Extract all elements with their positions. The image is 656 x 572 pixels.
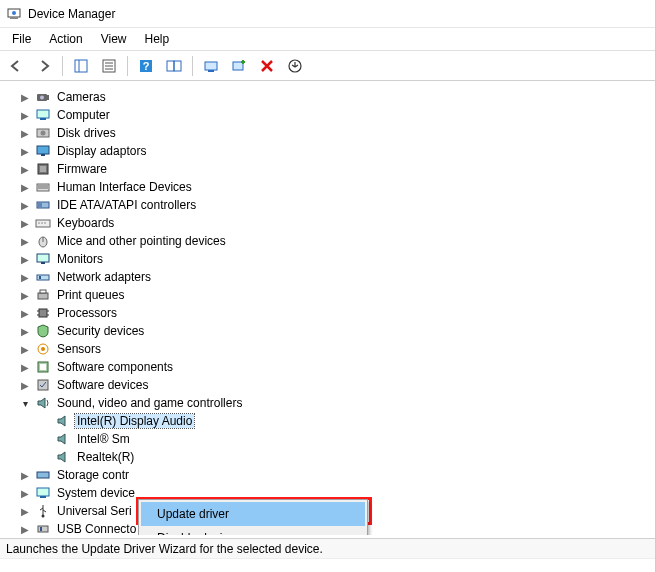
add-hardware-button[interactable]: [227, 54, 251, 78]
uninstall-button[interactable]: [255, 54, 279, 78]
usb-icon: [35, 503, 51, 519]
svg-rect-57: [37, 488, 49, 496]
device-tree[interactable]: ▶Cameras ▶Computer ▶Disk drives ▶Display…: [2, 83, 653, 536]
properties-button[interactable]: [97, 54, 121, 78]
tree-item-keyboards[interactable]: ▶Keyboards: [19, 214, 650, 232]
show-hide-console-button[interactable]: [69, 54, 93, 78]
tree-item-sensors[interactable]: ▶Sensors: [19, 340, 650, 358]
menu-action[interactable]: Action: [41, 30, 90, 48]
security-icon: [35, 323, 51, 339]
window-titlebar: Device Manager: [0, 0, 655, 28]
tree-item-intel-sm[interactable]: ▶Intel® Sm: [39, 430, 650, 448]
tree-item-cameras[interactable]: ▶Cameras: [19, 88, 650, 106]
menubar: File Action View Help: [0, 28, 655, 51]
svg-rect-24: [37, 146, 49, 154]
camera-icon: [35, 89, 51, 105]
svg-rect-19: [47, 95, 49, 100]
action-button[interactable]: [162, 54, 186, 78]
chevron-right-icon[interactable]: ▶: [19, 181, 31, 193]
chevron-right-icon[interactable]: ▶: [19, 307, 31, 319]
svg-rect-42: [37, 275, 49, 280]
menu-file[interactable]: File: [4, 30, 39, 48]
tree-item-software-devices[interactable]: ▶Software devices: [19, 376, 650, 394]
status-bar: Launches the Update Driver Wizard for th…: [0, 538, 655, 558]
svg-point-18: [40, 96, 44, 100]
svg-rect-40: [37, 254, 49, 262]
chevron-right-icon[interactable]: ▶: [19, 271, 31, 283]
svg-rect-15: [233, 62, 243, 70]
toolbar-separator: [62, 56, 63, 76]
firmware-icon: [35, 161, 51, 177]
svg-rect-58: [40, 496, 46, 498]
tree-item-sound[interactable]: ▾Sound, video and game controllers: [19, 394, 650, 412]
usb-connector-icon: [35, 521, 51, 536]
chevron-right-icon[interactable]: ▶: [19, 235, 31, 247]
monitor-icon: [35, 251, 51, 267]
svg-rect-13: [205, 62, 217, 70]
chevron-right-icon[interactable]: ▶: [19, 127, 31, 139]
svg-rect-27: [40, 166, 46, 172]
help-button[interactable]: ?: [134, 54, 158, 78]
tree-item-network[interactable]: ▶Network adapters: [19, 268, 650, 286]
tree-item-mice[interactable]: ▶Mice and other pointing devices: [19, 232, 650, 250]
tree-item-storage[interactable]: ▶Storage contr: [19, 466, 650, 484]
keyboard-icon: [35, 215, 51, 231]
chevron-right-icon[interactable]: ▶: [19, 217, 31, 229]
printer-icon: [35, 287, 51, 303]
svg-rect-56: [37, 472, 49, 478]
update-driver-button[interactable]: [283, 54, 307, 78]
network-icon: [35, 269, 51, 285]
toolbar: ?: [0, 51, 655, 81]
tree-item-disk-drives[interactable]: ▶Disk drives: [19, 124, 650, 142]
display-icon: [35, 143, 51, 159]
cm-update-driver[interactable]: Update driver: [141, 502, 365, 526]
cm-disable-device[interactable]: Disable device: [141, 526, 365, 536]
chevron-right-icon[interactable]: ▶: [19, 91, 31, 103]
svg-rect-43: [39, 276, 41, 279]
chevron-right-icon[interactable]: ▶: [19, 145, 31, 157]
chevron-right-icon[interactable]: ▶: [19, 361, 31, 373]
tree-item-firmware[interactable]: ▶Firmware: [19, 160, 650, 178]
back-button[interactable]: [4, 54, 28, 78]
svg-point-35: [38, 222, 39, 223]
tree-item-intel-display-audio[interactable]: ▶Intel(R) Display Audio: [39, 412, 650, 430]
cpu-icon: [35, 305, 51, 321]
chevron-right-icon[interactable]: ▶: [19, 253, 31, 265]
computer-icon: [35, 107, 51, 123]
chevron-right-icon[interactable]: ▶: [19, 199, 31, 211]
svg-rect-11: [167, 61, 174, 71]
chevron-right-icon[interactable]: ▶: [19, 523, 31, 535]
tree-item-ide[interactable]: ▶IDE ATA/ATAPI controllers: [19, 196, 650, 214]
tree-item-monitors[interactable]: ▶Monitors: [19, 250, 650, 268]
tree-item-processors[interactable]: ▶Processors: [19, 304, 650, 322]
tree-item-software-components[interactable]: ▶Software components: [19, 358, 650, 376]
tree-item-computer[interactable]: ▶Computer: [19, 106, 650, 124]
tree-item-realtek[interactable]: ▶Realtek(R): [39, 448, 650, 466]
menu-help[interactable]: Help: [137, 30, 178, 48]
status-text: Launches the Update Driver Wizard for th…: [6, 542, 323, 556]
svg-rect-12: [174, 61, 181, 71]
chevron-right-icon[interactable]: ▶: [19, 469, 31, 481]
svg-point-59: [42, 515, 45, 518]
context-menu: Update driver Disable device Uninstall d…: [138, 499, 368, 536]
chevron-right-icon[interactable]: ▶: [19, 343, 31, 355]
tree-item-hid[interactable]: ▶Human Interface Devices: [19, 178, 650, 196]
toolbar-separator: [192, 56, 193, 76]
svg-rect-20: [37, 110, 49, 118]
chevron-right-icon[interactable]: ▶: [19, 505, 31, 517]
tree-item-print-queues[interactable]: ▶Print queues: [19, 286, 650, 304]
forward-button[interactable]: [32, 54, 56, 78]
menu-view[interactable]: View: [93, 30, 135, 48]
svg-rect-3: [75, 60, 87, 72]
chevron-down-icon[interactable]: ▾: [19, 397, 31, 409]
chevron-right-icon[interactable]: ▶: [19, 163, 31, 175]
scan-hardware-button[interactable]: [199, 54, 223, 78]
tree-item-display-adaptors[interactable]: ▶Display adaptors: [19, 142, 650, 160]
chevron-right-icon[interactable]: ▶: [19, 289, 31, 301]
software-comp-icon: [35, 359, 51, 375]
chevron-right-icon[interactable]: ▶: [19, 109, 31, 121]
chevron-right-icon[interactable]: ▶: [19, 379, 31, 391]
chevron-right-icon[interactable]: ▶: [19, 325, 31, 337]
chevron-right-icon[interactable]: ▶: [19, 487, 31, 499]
tree-item-security[interactable]: ▶Security devices: [19, 322, 650, 340]
